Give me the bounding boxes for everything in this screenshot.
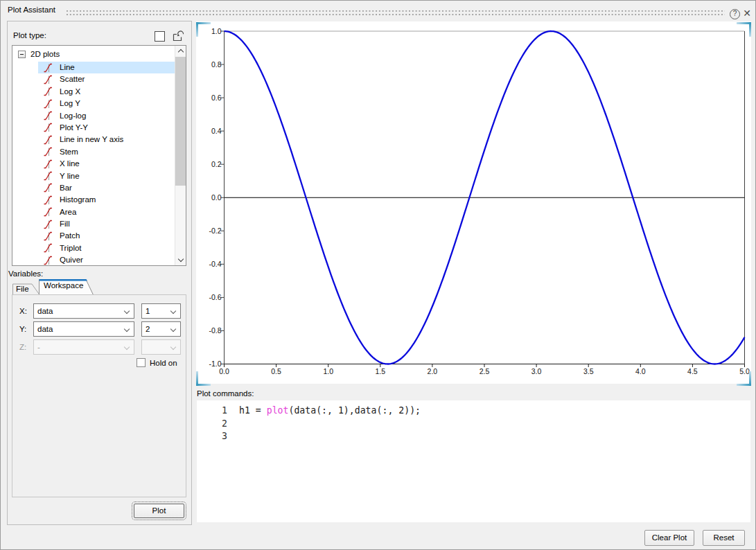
chevron-down-icon bbox=[124, 308, 130, 314]
x-tick-label: 4.5 bbox=[687, 367, 698, 375]
code-line-1: 1h1 = plot(data(:, 1),data(:, 2)); bbox=[197, 405, 750, 418]
y-tick-label: 0.8 bbox=[211, 60, 222, 69]
tree-item-x-line[interactable]: X line bbox=[12, 158, 175, 170]
tree-item-scatter[interactable]: Scatter bbox=[12, 73, 175, 85]
plot-type-icon bbox=[43, 123, 53, 132]
y-label: Y: bbox=[19, 325, 29, 333]
tree-item-bar[interactable]: Bar bbox=[12, 182, 175, 194]
x-tick-label: 0.5 bbox=[271, 367, 281, 375]
selection-corner-top-right bbox=[737, 22, 751, 37]
y-tick-label: 0.4 bbox=[211, 127, 222, 135]
y-tick-label: -0.8 bbox=[209, 326, 221, 335]
z-column-combo bbox=[141, 339, 181, 355]
hold-on-checkbox[interactable] bbox=[137, 358, 146, 367]
selection-corner-bottom-left bbox=[196, 371, 211, 386]
tree-scrollbar[interactable] bbox=[175, 46, 186, 265]
x-tick-label: 0.0 bbox=[219, 367, 229, 375]
titlebar-drag-handle[interactable] bbox=[67, 10, 725, 17]
tree-item-triplot[interactable]: Triplot bbox=[12, 242, 175, 254]
plot-type-icon bbox=[43, 135, 53, 145]
plot-type-icon bbox=[43, 159, 53, 169]
chevron-down-icon bbox=[170, 308, 176, 314]
tree-item-log-x[interactable]: Log X bbox=[12, 86, 175, 98]
x-tick-label: 4.0 bbox=[635, 367, 646, 375]
x-variable-combo[interactable]: data bbox=[33, 303, 134, 319]
y-column-combo[interactable]: 2 bbox=[141, 321, 181, 337]
tab-workspace[interactable]: Workspace bbox=[44, 281, 83, 290]
x-tick-label: 1.5 bbox=[375, 367, 385, 375]
x-tick-label: 2.5 bbox=[480, 367, 490, 375]
plot-type-icon bbox=[43, 220, 53, 229]
variables-label: Variables: bbox=[8, 269, 43, 278]
selection-corner-top-left bbox=[196, 22, 211, 37]
chevron-down-icon bbox=[124, 344, 130, 350]
tree-item-patch[interactable]: Patch bbox=[12, 230, 175, 242]
tree-item-quiver[interactable]: Quiver bbox=[12, 254, 175, 266]
scrollbar-thumb[interactable] bbox=[175, 57, 186, 186]
plot-type-label: Plot type: bbox=[13, 31, 46, 39]
plot-type-icon bbox=[43, 171, 53, 181]
reset-button[interactable]: Reset bbox=[703, 530, 745, 546]
plot-type-icon bbox=[43, 243, 53, 253]
scroll-down-icon[interactable] bbox=[175, 254, 186, 265]
z-variable-combo: - bbox=[33, 339, 134, 355]
x-tick-label: 1.0 bbox=[323, 367, 333, 375]
plot-button[interactable]: Plot bbox=[134, 504, 184, 518]
plot-type-icon bbox=[43, 63, 53, 73]
tree-item-log-y[interactable]: Log Y bbox=[12, 98, 175, 109]
clear-plot-button[interactable]: Clear Plot bbox=[644, 530, 694, 546]
plot-type-icon bbox=[43, 207, 53, 217]
y-tick-label: 0.2 bbox=[211, 160, 222, 168]
refresh-plot-icon[interactable] bbox=[171, 29, 186, 43]
z-label: Z: bbox=[19, 343, 29, 351]
y-variable-combo[interactable]: data bbox=[33, 321, 134, 337]
chevron-down-icon bbox=[124, 326, 130, 332]
help-icon[interactable]: ? bbox=[730, 9, 740, 19]
plot-canvas[interactable]: -1.0-0.8-0.6-0.4-0.20.00.20.40.60.81.00.… bbox=[196, 21, 751, 384]
scroll-up-icon[interactable] bbox=[175, 46, 186, 57]
tree-item-stem[interactable]: Stem bbox=[12, 146, 175, 158]
tree-items: 2D plots LineScatterLog XLog YLog-logPlo… bbox=[12, 46, 175, 266]
y-tick-label: 0.6 bbox=[211, 94, 222, 102]
plot-commands-editor[interactable]: 1h1 = plot(data(:, 1),data(:, 2)); 2 3 bbox=[197, 400, 750, 522]
plot-type-icon bbox=[43, 183, 53, 193]
plot-assistant-window: Plot Assistant ? ✕ Plot type: 2D plots L… bbox=[0, 0, 756, 550]
y-tick-label: 1.0 bbox=[211, 27, 222, 35]
plot-type-tree: 2D plots LineScatterLog XLog YLog-logPlo… bbox=[12, 45, 186, 266]
chevron-down-icon bbox=[170, 326, 176, 332]
x-label: X: bbox=[19, 307, 29, 315]
plot-type-icon bbox=[43, 147, 53, 157]
plot-commands-label: Plot commands: bbox=[197, 389, 254, 398]
blank-square-icon[interactable] bbox=[155, 31, 165, 42]
selection-corner-bottom-right bbox=[737, 371, 751, 386]
y-tick-label: -0.6 bbox=[209, 293, 221, 301]
tree-item-y-line[interactable]: Y line bbox=[12, 170, 175, 182]
window-title: Plot Assistant bbox=[8, 6, 55, 14]
tab-file[interactable]: File bbox=[16, 285, 29, 293]
tree-item-fill[interactable]: Fill bbox=[12, 218, 175, 230]
tree-item-line-in-new-y-axis[interactable]: Line in new Y axis bbox=[12, 134, 175, 145]
y-tick-label: 0.0 bbox=[211, 193, 222, 202]
plot-type-icon bbox=[43, 75, 53, 85]
plot-type-icon bbox=[43, 231, 53, 241]
tree-item-plot-y-y[interactable]: Plot Y-Y bbox=[12, 122, 175, 134]
collapse-icon[interactable] bbox=[18, 51, 26, 58]
hold-on-label: Hold on bbox=[150, 359, 177, 367]
tree-item-histogram[interactable]: Histogram bbox=[12, 194, 175, 206]
plot-type-icon bbox=[43, 99, 53, 109]
tree-item-line[interactable]: Line bbox=[12, 62, 175, 73]
x-tick-label: 3.0 bbox=[531, 367, 542, 375]
close-icon[interactable]: ✕ bbox=[741, 7, 753, 19]
plot-type-icon bbox=[43, 256, 53, 265]
x-column-combo[interactable]: 1 bbox=[141, 303, 181, 319]
tree-item-area[interactable]: Area bbox=[12, 206, 175, 218]
plot-type-icon bbox=[43, 87, 53, 96]
x-tick-label: 3.5 bbox=[583, 367, 594, 375]
plot-svg: -1.0-0.8-0.6-0.4-0.20.00.20.40.60.81.00.… bbox=[196, 21, 751, 384]
x-tick-label: 2.0 bbox=[428, 367, 438, 375]
chevron-down-icon bbox=[170, 344, 176, 350]
tree-root-2d-plots[interactable]: 2D plots bbox=[12, 46, 175, 62]
plot-type-icon bbox=[43, 195, 53, 205]
tree-item-log-log[interactable]: Log-log bbox=[12, 110, 175, 122]
plot-type-icon bbox=[43, 111, 53, 121]
